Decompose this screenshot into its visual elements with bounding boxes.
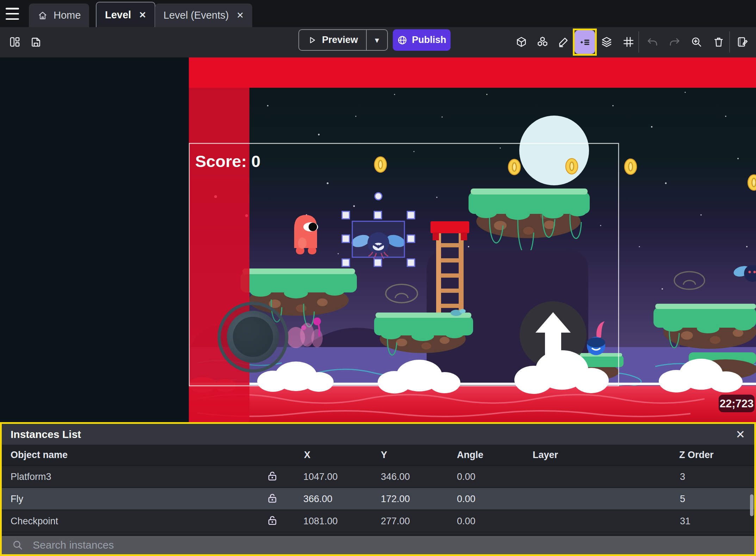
search-input[interactable] [33,536,754,554]
save-button[interactable] [27,31,45,53]
instance-name: Platform3 [11,471,51,482]
table-row[interactable]: Platform3 1047.00 346.00 0.00 3 [2,466,754,488]
play-icon [307,35,317,45]
instance-y: 172.00 [381,493,410,504]
zoom-button[interactable] [687,31,706,53]
panel-title-row: Instances List ✕ [2,424,754,445]
column-header-x[interactable]: X [304,450,310,461]
instance-y: 277.00 [381,515,410,526]
rotate-handle[interactable] [375,193,382,200]
coin [566,159,578,174]
instance-x: 1081.00 [303,515,338,526]
tab-level-events[interactable]: Level (Events) ✕ [155,4,252,27]
joystick-control[interactable] [219,303,287,371]
moon [519,116,589,185]
instance-z-order: 5 [680,493,685,504]
coin [748,175,756,190]
search-icon [12,539,24,551]
svg-text:22;723: 22;723 [720,397,754,410]
preview-label: Preview [322,35,358,45]
table-header-row: Object name X Y Angle Layer Z Order [2,445,754,466]
column-header-object-name[interactable]: Object name [11,450,68,461]
close-icon[interactable]: ✕ [236,10,244,20]
column-header-angle[interactable]: Angle [457,450,483,461]
ladder-red-cap [430,221,469,233]
lock-toggle-button[interactable] [265,469,279,484]
instance-name: Checkpoint [11,515,58,526]
table-row-selected[interactable]: Fly 366.00 172.00 0.00 5 [2,488,754,510]
layers-icon [601,36,613,48]
red-top-band [189,57,756,88]
coin [625,159,637,174]
lock-toggle-button[interactable] [265,513,279,529]
instance-angle: 0.00 [457,515,476,526]
lock-toggle-button[interactable] [265,491,279,507]
edit-sheet-icon [737,36,749,48]
chevron-down-icon: ▾ [375,35,379,45]
tab-level[interactable]: Level ✕ [96,2,155,27]
column-header-y[interactable]: Y [381,450,387,461]
layout-panels-icon [9,36,21,48]
preview-split-button[interactable]: Preview ▾ [298,29,388,51]
instance-x: 1047.00 [303,471,338,482]
globe-icon [397,35,408,45]
column-header-layer[interactable]: Layer [533,450,558,461]
gdevelop-editor-window: Home Level ✕ Level (Events) ✕ Preview ▾ [0,0,756,556]
trash-icon [713,36,725,48]
coin [508,159,520,175]
undo-button[interactable] [643,31,662,53]
lock-open-icon [266,514,278,526]
edit-pencil-icon [558,36,570,48]
toggle-panels-button[interactable] [6,31,24,53]
open-properties-button[interactable] [554,31,573,53]
scene-editor-canvas[interactable]: Score: 0 [0,57,756,422]
main-menu-hamburger-icon[interactable] [6,8,21,20]
instances-list-panel: Instances List ✕ Object name X Y Angle L… [0,422,756,556]
instance-y: 346.00 [381,471,410,482]
search-row [2,535,754,554]
lock-open-icon [266,470,278,482]
game-scene: Score: 0 [189,57,756,422]
tab-home-label: Home [54,10,81,21]
teal-stone [459,309,466,313]
scrollbar-thumb[interactable] [750,494,754,516]
open-object-groups-button[interactable] [533,31,552,53]
close-icon[interactable]: ✕ [736,428,745,441]
instances-list-highlight-box[interactable] [573,29,597,56]
instance-x: 366.00 [303,493,333,504]
tab-level-label: Level [105,9,131,21]
instance-z-order: 31 [680,515,690,526]
instance-name: Fly [11,493,23,504]
coin [374,157,386,172]
toolbar-separator [638,31,639,52]
instances-list-icon [578,36,591,49]
tab-home[interactable]: Home [29,4,89,27]
home-icon [37,10,48,21]
redo-button[interactable] [665,31,684,53]
open-objects-list-button[interactable] [512,31,531,53]
tab-level-events-label: Level (Events) [163,10,229,21]
panel-title: Instances List [11,428,81,440]
undo-icon [646,36,658,48]
preview-options-button[interactable]: ▾ [366,30,387,50]
save-icon [30,36,42,48]
object-groups-cubes-icon [537,36,549,48]
preview-button[interactable]: Preview [299,30,366,50]
open-instances-list-button[interactable] [575,30,595,54]
score-hud-text: Score: 0 [195,152,260,171]
toolbar: Preview ▾ Publish [0,27,756,57]
edit-scene-properties-button[interactable] [733,31,752,53]
table-row[interactable]: Checkpoint 1081.00 277.00 0.00 31 [2,510,754,532]
instance-z-order: 3 [680,471,685,482]
column-header-z-order[interactable]: Z Order [679,450,714,461]
selection-box[interactable] [352,221,404,257]
instance-angle: 0.00 [457,471,476,482]
open-layers-button[interactable] [597,31,616,53]
publish-button[interactable]: Publish [393,29,451,51]
close-icon[interactable]: ✕ [139,10,146,20]
delete-button[interactable] [709,31,728,53]
lock-open-icon [266,492,278,504]
toggle-grid-button[interactable] [619,31,638,53]
redo-icon [669,36,681,48]
grid-icon [622,36,634,48]
